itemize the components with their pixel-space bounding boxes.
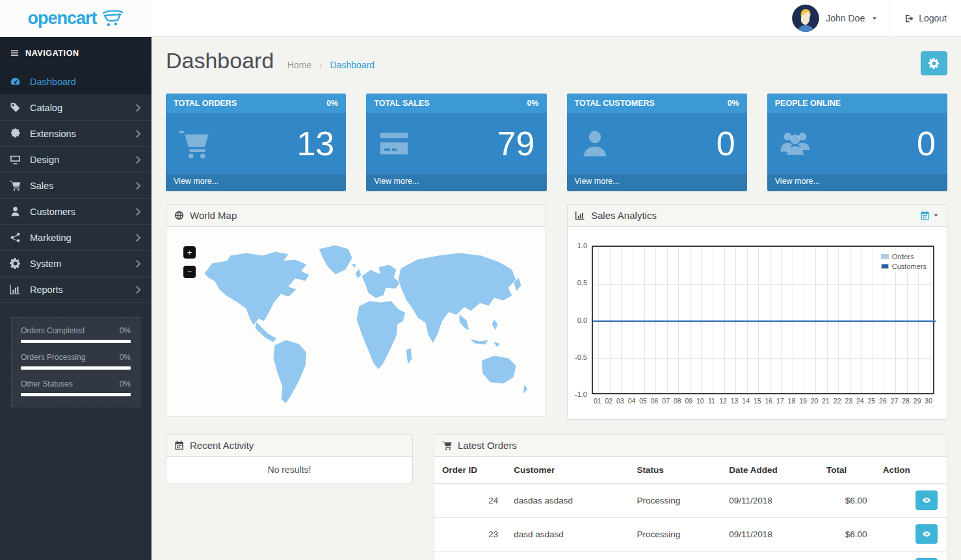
chart-plot-area: OrdersCustomers [592,246,934,394]
latest-orders-panel: Latest Orders Order IDCustomerStatusDate… [434,434,947,560]
globe-icon [174,210,184,220]
breadcrumb-current[interactable]: Dashboard [330,60,375,70]
logout-label: Logout [919,13,947,23]
sidebar-item-marketing[interactable]: Marketing [0,225,151,251]
cart-icon [10,180,21,191]
sidebar-item-extensions[interactable]: Extensions [0,121,151,147]
latest-orders-table-body: 24dasdas asdasdProcessing09/11/2018$6.00… [434,483,947,560]
tile-view-more-link[interactable]: View more... [166,174,346,191]
settings-button[interactable] [921,51,947,75]
order-id-cell: 23 [434,517,506,551]
sidebar-item-catalog[interactable]: Catalog [0,95,151,121]
y-axis-tick-label: 1.0 [568,242,587,249]
sidebar-item-system[interactable]: System [0,251,151,277]
tile-percent: 0% [527,99,538,108]
stat-progress-bar [21,393,131,396]
sidebar-item-dashboard[interactable]: Dashboard [0,69,151,95]
recent-activity-title: Recent Activity [190,440,254,451]
stat-tiles: TOTAL ORDERS0%13View more...TOTAL SALES0… [151,94,961,191]
world-map[interactable]: + − [166,227,546,416]
view-order-button[interactable] [915,524,938,544]
navigation-header: NAVIGATION [0,37,151,69]
total-cell: $6.00 [819,483,875,517]
column-header-action: Action [875,457,947,483]
tile-view-more-link[interactable]: View more... [767,174,947,191]
recent-activity-panel: Recent Activity No results! [166,434,413,483]
tile-body: 0 [567,113,747,174]
sidebar-stat-other-statuses: Other Statuses0% [21,379,131,396]
table-header-row: Order IDCustomerStatusDate AddedTotalAct… [434,457,947,483]
sidebar-item-label: Extensions [30,129,76,139]
logout-button[interactable]: Logout [889,0,961,36]
avatar [792,5,819,32]
customer-cell: dasd asdasd [506,517,629,551]
opencart-logo[interactable]: opencart [0,0,151,37]
status-cell [629,551,721,560]
sidebar-stat-orders-processing: Orders Processing0% [21,353,131,370]
table-row [434,551,947,560]
breadcrumb-home[interactable]: Home [287,60,311,70]
tile-body: 79 [366,113,546,174]
share-icon [10,232,21,243]
logout-icon [904,14,914,23]
user-menu[interactable]: John Doe [780,0,889,36]
opencart-logo-cart-icon [101,10,124,27]
sales-analytics-panel: Sales Analytics OrdersCustomers1.00.50.0… [567,204,947,420]
sidebar-item-label: Catalog [30,103,62,113]
customer-cell: dasdas asdasd [506,483,629,517]
tile-value: 0 [717,127,735,160]
tile-people-online: PEOPLE ONLINE0View more... [767,94,947,191]
y-axis-tick-label: 0.0 [568,316,587,324]
stat-value: 0% [120,353,131,362]
world-map-graphic [191,236,546,406]
date-range-button[interactable] [920,210,939,220]
tile-view-more-link[interactable]: View more... [567,174,747,191]
view-order-button[interactable] [915,490,938,510]
cart-icon [176,128,211,159]
bar-chart-icon [10,284,21,295]
tile-total-customers: TOTAL CUSTOMERS0%0View more... [567,94,747,191]
opencart-logo-text: opencart [27,8,96,29]
calendar-icon [174,440,184,450]
map-zoom-out-button[interactable]: − [183,266,196,278]
sidebar-stats: Orders Completed0%Orders Processing0%Oth… [11,317,140,407]
chevron-right-icon [136,234,142,242]
action-cell [875,517,947,551]
legend-swatch [881,264,889,269]
tile-view-more-link[interactable]: View more... [366,174,546,191]
status-cell: Processing [629,483,721,517]
tile-percent: 0% [326,99,338,108]
sidebar: NAVIGATION DashboardCatalogExtensionsDes… [0,37,151,560]
top-header: opencart John Doe [0,0,961,37]
monitor-icon [10,154,21,165]
tile-title: TOTAL CUSTOMERS [575,99,655,108]
table-row: 23dasd asdasdProcessing09/11/2018$6.00 [434,517,947,551]
page-title: Dashboard [166,48,274,73]
puzzle-icon [10,128,21,139]
status-cell: Processing [629,517,721,551]
tile-heading: TOTAL ORDERS0% [166,94,346,113]
table-row: 24dasdas asdasdProcessing09/11/2018$6.00 [434,483,947,517]
chevron-right-icon [136,104,142,112]
x-axis-tick-label: 30 [922,397,935,405]
sidebar-item-customers[interactable]: Customers [0,199,151,225]
sidebar-item-label: Marketing [30,233,72,243]
recent-activity-empty: No results! [166,457,412,483]
tile-title: TOTAL SALES [374,99,429,108]
action-cell [875,551,947,560]
sidebar-item-label: Customers [30,207,75,217]
world-map-title: World Map [190,210,237,221]
order-id-cell: 24 [434,483,506,517]
tile-total-orders: TOTAL ORDERS0%13View more... [166,94,346,191]
sidebar-item-design[interactable]: Design [0,147,151,173]
sidebar-stat-orders-completed: Orders Completed0% [21,326,131,343]
sales-analytics-chart: OrdersCustomers1.00.50.0-0.5-1.001020304… [568,227,947,419]
customer-cell [506,551,629,560]
y-axis-tick-label: -0.5 [568,353,587,361]
map-zoom-in-button[interactable]: + [183,246,196,259]
sidebar-item-sales[interactable]: Sales [0,173,151,199]
tile-value: 13 [296,127,334,160]
sidebar-item-reports[interactable]: Reports [0,277,151,303]
tile-heading: TOTAL CUSTOMERS0% [567,94,747,113]
legend-label: Customers [892,262,927,270]
